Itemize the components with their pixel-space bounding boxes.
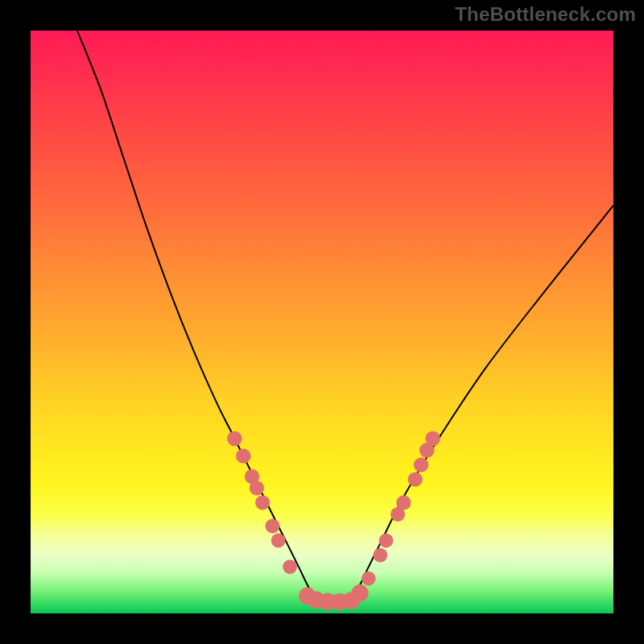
watermark-text: TheBottleneck.com [455,3,636,26]
data-marker [379,534,394,548]
data-marker [266,518,280,533]
data-marker [227,431,242,447]
data-marker [236,448,251,464]
chart-frame: TheBottleneck.com [0,0,644,644]
bottleneck-curve [77,31,613,603]
data-marker [351,584,368,601]
data-marker [283,559,297,574]
data-marker [408,472,423,486]
data-marker [396,495,411,510]
data-marker [250,481,264,495]
plot-area [31,31,613,613]
data-markers [227,431,440,611]
data-marker [374,548,388,563]
data-marker [414,457,428,472]
data-marker [425,431,440,447]
chart-svg [31,31,613,613]
curve-layer [77,31,613,603]
data-marker [271,534,286,548]
data-marker [255,495,270,510]
data-marker [361,572,376,586]
